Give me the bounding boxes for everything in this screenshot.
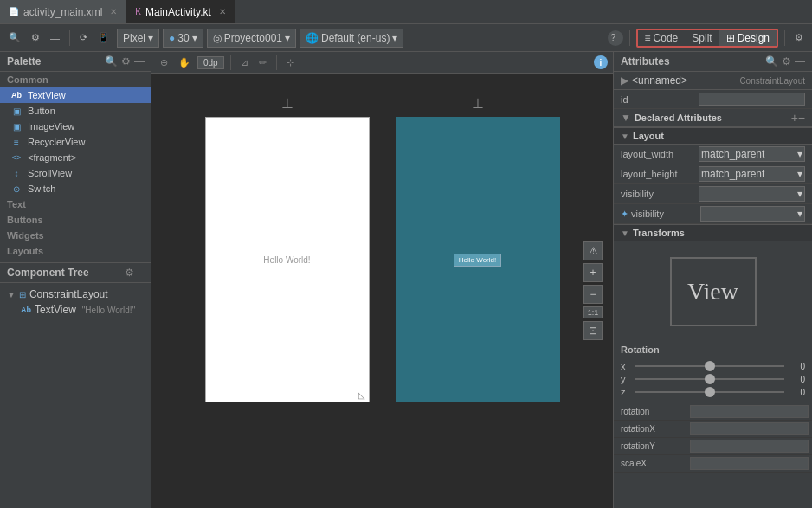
palette-list: Common Ab TextView ▣ Button ▣ ImageView …: [0, 72, 151, 262]
attr-settings-btn[interactable]: ⚙: [782, 55, 791, 68]
palette-title: Palette: [7, 55, 105, 68]
attr-header-icons: 🔍 ⚙ —: [765, 55, 805, 68]
rotation-x-label: x: [621, 361, 631, 371]
attr-search-btn[interactable]: 🔍: [765, 55, 778, 68]
rotation-section: x 0 y 0 z 0: [614, 357, 812, 403]
minus-btn[interactable]: —: [47, 31, 63, 45]
expand-arrow: ▶: [621, 74, 628, 87]
canvas-toolbar: ⊕ ✋ 0dp ⊿ ✏ ⊹ i: [151, 52, 613, 74]
gear-btn[interactable]: ⚙: [791, 30, 807, 45]
attr-class-name: <unnamed>: [632, 74, 687, 87]
palette-item-imageview[interactable]: ▣ ImageView: [0, 119, 151, 134]
refresh-btn[interactable]: ⟳: [76, 30, 91, 45]
palette-item-switch[interactable]: ⊙ Switch: [0, 181, 151, 196]
switch-icon: ⊙: [10, 183, 23, 195]
canvas-sep-2: [276, 55, 277, 70]
info-icon[interactable]: i: [594, 55, 608, 69]
api-dropdown[interactable]: ● 30 ▾: [163, 29, 203, 48]
palette-settings-btn[interactable]: ⚙: [121, 55, 131, 68]
palette-panel: Palette 🔍 ⚙ — Common Ab TextView ▣ Butto…: [0, 52, 151, 262]
rotation-x-slider[interactable]: [635, 365, 784, 367]
rotation-z-slider[interactable]: [635, 391, 784, 393]
layout-icon: ⊞: [19, 290, 26, 299]
split-btn[interactable]: Split: [685, 30, 719, 46]
tab-main-activity-close[interactable]: ✕: [219, 7, 226, 16]
zoom-value[interactable]: 0dp: [197, 56, 224, 69]
attr-id-value: [699, 93, 805, 106]
layout-width-select[interactable]: match_parent ▾: [699, 146, 805, 162]
canvas-btn-3[interactable]: ⊹: [283, 55, 298, 70]
tab-activity-main[interactable]: 📄 activity_main.xml ✕: [0, 0, 126, 23]
declared-remove-btn[interactable]: −: [798, 111, 805, 125]
rotation-y-slider[interactable]: [635, 378, 784, 380]
layout-width-value: match_parent ▾: [699, 146, 805, 162]
preview-pin-icon: ⊥: [472, 95, 484, 112]
canvas-btn-2[interactable]: ✏: [255, 55, 270, 70]
pixel-dropdown[interactable]: Pixel ▾: [117, 29, 159, 48]
palette-search-btn[interactable]: 🔍: [105, 55, 118, 68]
palette-header: Palette 🔍 ⚙ —: [0, 52, 151, 72]
settings-btn[interactable]: ⚙: [28, 30, 43, 45]
tree-item-textview[interactable]: Ab TextView "Hello World!": [3, 302, 148, 318]
palette-item-textview[interactable]: Ab TextView: [0, 87, 151, 103]
locale-dropdown[interactable]: 🌐 Default (en-us) ▾: [300, 29, 403, 48]
zoom-out-btn[interactable]: −: [583, 285, 603, 304]
declared-add-btn[interactable]: +: [791, 111, 798, 125]
zoom-fit-btn[interactable]: ⊕: [157, 55, 171, 70]
search-btn[interactable]: 🔍: [5, 30, 24, 45]
tree-minimize-btn[interactable]: —: [134, 267, 145, 279]
help-btn[interactable]: ?: [608, 30, 623, 46]
pan-btn[interactable]: ✋: [175, 55, 194, 70]
palette-item-recyclerview[interactable]: ≡ RecyclerView: [0, 134, 151, 150]
wireframe-pin-icon: ⊥: [281, 95, 293, 112]
zoom-fit-label[interactable]: 1:1: [583, 306, 603, 318]
rotation-title: Rotation: [614, 342, 812, 357]
zoom-in-btn[interactable]: +: [583, 263, 603, 282]
attributes-header: Attributes 🔍 ⚙ —: [614, 52, 812, 72]
palette-item-button[interactable]: ▣ Button: [0, 103, 151, 119]
prop-scalex-input[interactable]: [690, 457, 809, 470]
palette-category-layouts: Layouts: [0, 243, 151, 259]
error-icon-btn[interactable]: ⚠: [583, 241, 603, 260]
palette-item-fragment[interactable]: <> <fragment>: [0, 150, 151, 165]
visibility-select[interactable]: ▾: [699, 186, 805, 202]
device-btn[interactable]: 📱: [94, 30, 113, 45]
tree-settings-btn[interactable]: ⚙: [125, 267, 134, 279]
canvas-btn-1[interactable]: ⊿: [237, 55, 252, 70]
design-btn[interactable]: ⊞ Design: [719, 30, 777, 46]
tree-item-constraintlayout-label: ConstraintLayout: [29, 288, 108, 300]
wireframe-corner-icon: ◺: [358, 390, 365, 400]
attr-minimize-btn[interactable]: —: [795, 55, 805, 68]
prop-rotation-input[interactable]: [690, 405, 809, 418]
tab-main-activity[interactable]: K MainActivity.kt ✕: [126, 0, 235, 23]
separator-3: [784, 30, 785, 46]
layout-height-select[interactable]: match_parent ▾: [699, 166, 805, 182]
rotation-y-value: 0: [788, 375, 805, 384]
attr-id-row: id: [614, 90, 812, 109]
textview-icon: Ab: [10, 89, 23, 101]
project-dropdown[interactable]: ◎ Proyecto001 ▾: [207, 29, 296, 48]
prop-rotationx-row: rotationX: [614, 421, 812, 438]
palette-item-fragment-label: <fragment>: [28, 152, 76, 163]
phones-row: ⊥ Hello World! ◺ ⊥ Hello World!: [169, 87, 596, 411]
wireframe-phone: Hello World! ◺: [205, 117, 370, 402]
code-btn[interactable]: ≡ Code: [638, 30, 686, 46]
fit-screen-btn[interactable]: ⊡: [583, 321, 603, 340]
xml-icon: 📄: [9, 7, 19, 16]
transforms-expand-icon[interactable]: ▼: [621, 228, 629, 238]
visibility2-row: ✦ visibility ▾: [614, 204, 812, 224]
tree-item-constraintlayout[interactable]: ▼ ⊞ ConstraintLayout: [3, 286, 148, 302]
rotation-y-row: y 0: [621, 374, 805, 384]
visibility2-select[interactable]: ▾: [700, 206, 805, 222]
palette-item-scrollview[interactable]: ↕ ScrollView: [0, 165, 151, 181]
palette-item-switch-label: Switch: [28, 183, 55, 194]
tab-activity-main-close[interactable]: ✕: [110, 7, 117, 16]
layout-expand-icon[interactable]: ▼: [621, 132, 629, 141]
prop-rotationx-input[interactable]: [690, 422, 809, 435]
attr-id-input[interactable]: [699, 93, 805, 106]
palette-item-textview-label: TextView: [28, 90, 66, 100]
main-toolbar: 🔍 ⚙ — ⟳ 📱 Pixel ▾ ● 30 ▾ ◎ Proyecto001 ▾…: [0, 24, 812, 52]
layout-height-row: layout_height match_parent ▾: [614, 164, 812, 184]
prop-rotationy-input[interactable]: [690, 440, 809, 453]
palette-minimize-btn[interactable]: —: [134, 55, 145, 68]
